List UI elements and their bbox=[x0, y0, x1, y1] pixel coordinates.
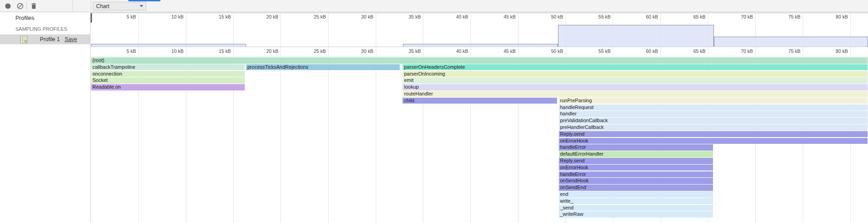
toolbar-pane-separator bbox=[91, 0, 91, 12]
flame-bar[interactable]: Reply.send bbox=[559, 158, 713, 164]
axis-tick-label: 65 kB bbox=[669, 14, 706, 19]
flame-bar[interactable]: _writeRaw bbox=[559, 211, 713, 218]
axis-tick-label: 15 kB bbox=[195, 14, 231, 19]
axis-tick-label: 10 kB bbox=[147, 14, 184, 19]
flame-bar[interactable]: emit bbox=[402, 77, 868, 84]
flame-bar[interactable]: onErrorHook bbox=[559, 165, 713, 171]
axis-tick-label: 75 kB bbox=[764, 14, 800, 19]
axis-tick-label: 5 kB bbox=[100, 14, 136, 19]
flame-bar[interactable]: parserOnHeadersComplete bbox=[402, 64, 868, 71]
profile-save-link[interactable]: Save bbox=[65, 36, 77, 43]
flame-bar[interactable]: _send bbox=[559, 205, 713, 211]
record-icon[interactable] bbox=[4, 2, 12, 10]
flame-bar[interactable]: preValidationCallback bbox=[559, 118, 868, 124]
axis-tick-label: 20 kB bbox=[242, 14, 278, 19]
overview-top-border bbox=[91, 13, 868, 13]
overview-bottom-border bbox=[91, 47, 868, 47]
flame-bar[interactable]: handler bbox=[559, 111, 868, 117]
flame-bar[interactable]: (root) bbox=[91, 57, 868, 64]
flame-bar[interactable]: Readable.on bbox=[91, 84, 245, 90]
axis-tick-label: 55 kB bbox=[574, 48, 611, 54]
flame-bar[interactable]: child bbox=[402, 98, 557, 104]
svg-text:%: % bbox=[24, 40, 27, 43]
devtools-memory-panel: Chart Profiles SAMPLING PROFILES % Profi… bbox=[0, 0, 868, 223]
flame-bar[interactable]: handleError bbox=[559, 171, 713, 178]
sidebar-item-profile-1[interactable]: % Profile 1 Save bbox=[0, 34, 91, 44]
flame-bar[interactable]: parserOnIncoming bbox=[402, 71, 868, 77]
axis-tick-label: 80 kB bbox=[812, 48, 848, 54]
axis-tick-label: 60 kB bbox=[622, 14, 658, 19]
axis-tick-label: 25 kB bbox=[290, 14, 326, 19]
trash-icon[interactable] bbox=[30, 2, 38, 10]
flame-bar[interactable]: runPreParsing bbox=[559, 98, 868, 104]
axis-tick-label: 5 kB bbox=[100, 48, 136, 54]
overview-step[interactable] bbox=[558, 25, 714, 47]
axis-tick-label: 40 kB bbox=[432, 48, 468, 54]
view-mode-select[interactable]: Chart bbox=[93, 2, 146, 10]
toolbar-pane-separator bbox=[73, 0, 73, 12]
flame-bar[interactable]: onSendEnd bbox=[559, 185, 713, 191]
gridline bbox=[328, 13, 329, 223]
flame-bar[interactable]: onErrorHook bbox=[559, 138, 868, 144]
axis-tick-label: 30 kB bbox=[337, 14, 373, 19]
overview-scroll-handle[interactable] bbox=[91, 13, 92, 23]
axis-tick-label: 20 kB bbox=[242, 48, 278, 54]
sidebar-section-label: SAMPLING PROFILES bbox=[15, 26, 67, 32]
flame-bar[interactable]: end bbox=[559, 191, 713, 198]
axis-tick-label: 35 kB bbox=[384, 48, 421, 54]
flame-bar[interactable]: Socket bbox=[91, 77, 245, 84]
axis-tick-label: 40 kB bbox=[432, 14, 468, 19]
gridline bbox=[376, 13, 376, 223]
axis-tick-label: 55 kB bbox=[574, 14, 611, 19]
chevron-down-icon bbox=[140, 5, 143, 7]
axis-tick-label: 50 kB bbox=[527, 48, 563, 54]
flame-bar[interactable]: processTicksAndRejections bbox=[246, 64, 400, 71]
axis-tick-label: 30 kB bbox=[337, 48, 373, 54]
toolbar-separator bbox=[26, 2, 27, 10]
axis-tick-label: 10 kB bbox=[147, 48, 184, 54]
flame-bar[interactable]: routeHandler bbox=[402, 91, 868, 97]
flame-bar[interactable]: handleError bbox=[559, 144, 713, 151]
sidebar: Profiles SAMPLING PROFILES % Profile 1 S… bbox=[0, 12, 91, 223]
axis-tick-label: 60 kB bbox=[622, 48, 658, 54]
clear-all-icon[interactable] bbox=[16, 2, 24, 10]
axis-tick-label: 50 kB bbox=[527, 14, 563, 19]
axis-tick-label: 35 kB bbox=[384, 14, 421, 19]
flame-bar[interactable]: onconnection bbox=[91, 71, 245, 77]
axis-tick-label: 45 kB bbox=[480, 14, 516, 19]
axis-tick-label: 65 kB bbox=[669, 48, 706, 54]
flame-bar[interactable]: defaultErrorHandler bbox=[559, 151, 713, 157]
flame-bar[interactable]: onSendHook bbox=[559, 178, 713, 184]
axis-tick-label: 75 kB bbox=[764, 48, 800, 54]
axis-tick-label: 80 kB bbox=[812, 14, 848, 19]
profile-name: Profile 1 bbox=[40, 36, 60, 43]
axis-tick-label: 15 kB bbox=[195, 48, 231, 54]
toolbar: Chart bbox=[0, 0, 868, 12]
active-tab-indicator bbox=[128, 0, 160, 1]
axis-tick-label: 70 kB bbox=[717, 14, 753, 19]
view-mode-value: Chart bbox=[96, 3, 109, 9]
flame-bar[interactable]: callbackTrampoline bbox=[91, 64, 245, 71]
profile-icon: % bbox=[20, 36, 28, 43]
sidebar-heading: Profiles bbox=[15, 15, 34, 21]
ruler-bottom-border bbox=[91, 57, 868, 57]
axis-tick-label: 25 kB bbox=[290, 48, 326, 54]
flame-bar[interactable]: write_ bbox=[559, 198, 713, 204]
axis-tick-label: 45 kB bbox=[480, 48, 516, 54]
flame-bar[interactable]: preHandlerCallback bbox=[559, 124, 868, 131]
overview-step[interactable] bbox=[714, 37, 868, 47]
gridline bbox=[281, 13, 281, 223]
flame-bar[interactable]: lookup bbox=[402, 84, 868, 90]
flame-bar[interactable]: handleRequest bbox=[559, 104, 868, 111]
axis-tick-label: 70 kB bbox=[717, 48, 753, 54]
flame-bar[interactable]: Reply.send bbox=[559, 131, 868, 138]
